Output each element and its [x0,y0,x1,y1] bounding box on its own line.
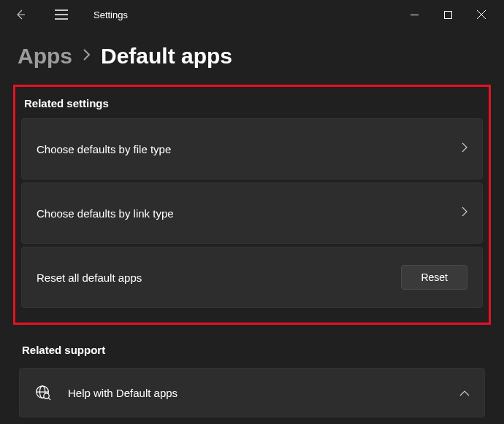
related-settings-section: Related settings Choose defaults by file… [13,85,491,325]
window-controls [397,0,498,29]
chevron-right-icon [83,48,91,65]
file-type-label: Choose defaults by file type [37,143,462,155]
close-button[interactable] [465,0,498,29]
close-icon [477,10,486,19]
related-settings-title: Related settings [24,97,483,109]
help-default-apps-row[interactable]: Help with Default apps [19,368,485,417]
help-label: Help with Default apps [68,387,459,399]
maximize-icon [444,11,452,19]
globe-search-icon [34,385,52,401]
related-support-section: Related support Help with Default apps [19,344,485,417]
svg-line-11 [48,398,50,400]
hamburger-icon [55,9,68,20]
titlebar: Settings [0,0,504,29]
titlebar-left: Settings [6,0,128,29]
related-support-title: Related support [22,344,485,356]
chevron-right-icon [462,142,467,155]
chevron-right-icon [462,207,467,220]
svg-rect-4 [444,11,451,18]
reset-label: Reset all default apps [37,271,401,284]
breadcrumb-current: Default apps [101,44,232,69]
reset-defaults-row: Reset all default apps Reset [21,247,483,308]
chevron-up-icon [459,386,470,399]
choose-defaults-link-type-row[interactable]: Choose defaults by link type [21,182,483,244]
breadcrumb-parent[interactable]: Apps [18,44,72,69]
back-button[interactable] [6,0,35,29]
minimize-button[interactable] [397,0,431,29]
menu-button[interactable] [47,0,76,29]
arrow-left-icon [15,9,26,20]
app-title: Settings [93,9,128,20]
reset-button[interactable]: Reset [401,265,467,290]
svg-point-10 [44,393,49,398]
breadcrumb: Apps Default apps [0,29,504,85]
link-type-label: Choose defaults by link type [37,207,462,220]
minimize-icon [411,11,419,19]
maximize-button[interactable] [431,0,465,29]
choose-defaults-file-type-row[interactable]: Choose defaults by file type [21,118,483,180]
